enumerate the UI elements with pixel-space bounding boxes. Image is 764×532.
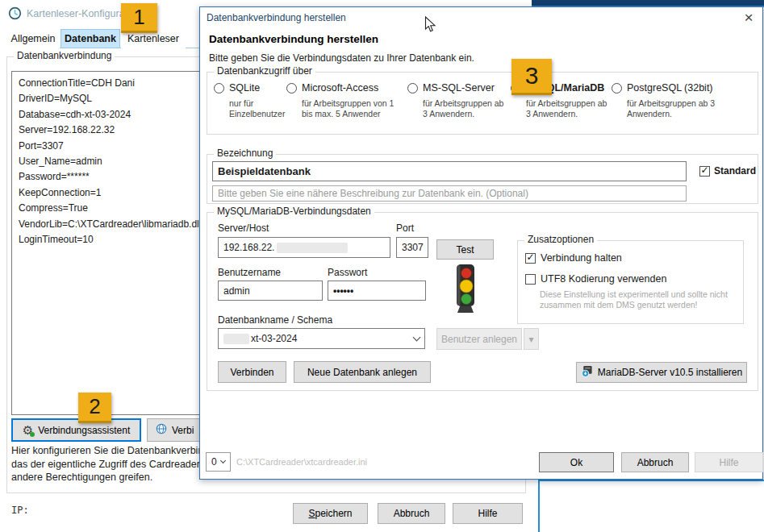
standard-checkbox[interactable]: Standard bbox=[699, 165, 756, 177]
hilfe-button[interactable]: Hilfe bbox=[453, 503, 523, 524]
create-user-splitbutton[interactable]: Benutzer anlegen ▾ bbox=[436, 328, 539, 350]
radio-icon[interactable] bbox=[407, 83, 418, 94]
ip-label: IP: bbox=[11, 505, 29, 516]
behind-window-bottom-fragment bbox=[538, 480, 764, 532]
radio-icon[interactable] bbox=[612, 83, 622, 94]
screen: Kartenleser-Konfiguration Allgemein Date… bbox=[0, 0, 764, 532]
utf8-note: Diese Einstellung ist experimentell und … bbox=[540, 289, 732, 310]
radio-option-sqlite[interactable]: SQLite nur für Einzelbenutzer bbox=[214, 82, 285, 119]
radio-icon[interactable] bbox=[286, 83, 297, 94]
neue-datenbank-button[interactable]: Neue Datenbank anlegen bbox=[294, 361, 431, 383]
counter-combobox[interactable]: 0 bbox=[206, 452, 231, 472]
checkbox-checked-icon[interactable] bbox=[525, 253, 536, 264]
tab-datenbank[interactable]: Datenbank bbox=[61, 29, 120, 48]
db-connection-dialog: Datenbankverbindung herstellen × Datenba… bbox=[199, 6, 763, 480]
create-user-dropdown-arrow[interactable]: ▾ bbox=[524, 328, 539, 350]
utf8-checkbox[interactable]: UTF8 Kodierung verwenden bbox=[525, 273, 666, 285]
dialog-title: Datenbankverbindung herstellen bbox=[207, 12, 346, 23]
abbruch-button[interactable]: Abbruch bbox=[378, 503, 445, 524]
hilfe-button-disabled[interactable]: Hilfe bbox=[695, 452, 763, 472]
group-label: Datenbankverbindung bbox=[14, 50, 115, 61]
chevron-down-icon[interactable] bbox=[220, 457, 226, 463]
port-input[interactable]: 3307 bbox=[396, 237, 428, 258]
redacted-text bbox=[223, 334, 249, 344]
mouse-cursor bbox=[424, 16, 436, 36]
username-label: Benutzername bbox=[218, 267, 281, 278]
annotation-badge-3: 3 bbox=[511, 59, 552, 95]
checkbox-unchecked-icon[interactable] bbox=[525, 274, 536, 285]
password-label: Passwort bbox=[328, 267, 367, 278]
close-icon[interactable]: × bbox=[740, 9, 758, 27]
gear-icon: ⚙ bbox=[23, 424, 33, 436]
chevron-down-icon[interactable] bbox=[413, 333, 421, 341]
group-label: Bezeichnung bbox=[214, 148, 276, 159]
tab-allgemein[interactable]: Allgemein bbox=[6, 29, 60, 48]
group-label: MySQL/MariaDB-Verbindungsdaten bbox=[214, 206, 374, 217]
description-input[interactable]: Bitte geben Sie eine nähere Beschreibung… bbox=[212, 185, 687, 202]
abbruch-button[interactable]: Abbruch bbox=[621, 452, 689, 472]
checkbox-checked-icon[interactable] bbox=[699, 166, 710, 177]
verbindungsassistent-button[interactable]: ⚙ Verbindungsassistent bbox=[11, 418, 141, 442]
database-name-input[interactable]: Beispieldatenbank bbox=[212, 161, 687, 181]
create-user-button[interactable]: Benutzer anlegen bbox=[436, 328, 522, 350]
database-schema-combobox[interactable]: xt-03-2024 bbox=[218, 328, 425, 349]
globe-icon bbox=[156, 423, 167, 437]
mysql-connection-group: MySQL/MariaDB-Verbindungsdaten Server/Ho… bbox=[207, 212, 758, 391]
ini-path-text: C:\XTCardreader\xtcardreader.ini bbox=[236, 457, 367, 467]
radio-icon[interactable] bbox=[214, 83, 224, 94]
zusatzoptionen-group: Zusatzoptionen Verbindung halten UTF8 Ko… bbox=[517, 240, 744, 324]
group-label: Datenbankzugriff über bbox=[214, 65, 315, 77]
database-schema-label: Datenbankname / Schema bbox=[218, 314, 332, 326]
test-button[interactable]: Test bbox=[436, 239, 494, 260]
group-label: Zusatzoptionen bbox=[524, 234, 597, 245]
help-text: Hier konfigurieren Sie die Datenbankverb… bbox=[11, 444, 203, 484]
password-input[interactable]: •••••• bbox=[328, 281, 426, 301]
keep-connection-checkbox[interactable]: Verbindung halten bbox=[525, 252, 622, 264]
username-input[interactable]: admin bbox=[218, 281, 323, 301]
server-host-label: Server/Host bbox=[218, 222, 269, 234]
port-label: Port bbox=[396, 222, 414, 234]
traffic-light-icon bbox=[447, 263, 482, 318]
dialog-heading: Datenbankverbindung herstellen bbox=[209, 33, 378, 45]
install-icon bbox=[581, 365, 593, 380]
dialog-subtitle: Bitte geben Sie die Verbindungsdaten zu … bbox=[209, 52, 474, 64]
clock-icon bbox=[8, 6, 22, 23]
server-host-input[interactable]: 192.168.22. bbox=[218, 237, 390, 258]
annotation-badge-1: 1 bbox=[121, 3, 157, 33]
annotation-badge-2: 2 bbox=[78, 393, 111, 423]
verbinden-button[interactable]: Verbinden bbox=[218, 361, 286, 383]
redacted-text bbox=[277, 243, 348, 253]
radio-option-access[interactable]: Microsoft-Access für Arbeitsgruppen von … bbox=[286, 82, 403, 119]
db-access-group: Datenbankzugriff über SQLite nur für Ein… bbox=[207, 72, 758, 135]
radio-option-postgresql[interactable]: PostgreSQL (32bit) für Arbeitsgruppen ab… bbox=[612, 82, 724, 119]
bezeichnung-group: Bezeichnung Beispieldatenbank Standard B… bbox=[207, 154, 758, 204]
ok-button[interactable]: Ok bbox=[539, 452, 614, 472]
radio-option-mssql[interactable]: MS-SQL-Server für Arbeitsgruppen ab 3 An… bbox=[407, 82, 506, 119]
speichern-button[interactable]: Speichern bbox=[293, 503, 368, 524]
install-mariadb-button[interactable]: MariaDB-Server v10.5 installieren bbox=[576, 362, 747, 383]
